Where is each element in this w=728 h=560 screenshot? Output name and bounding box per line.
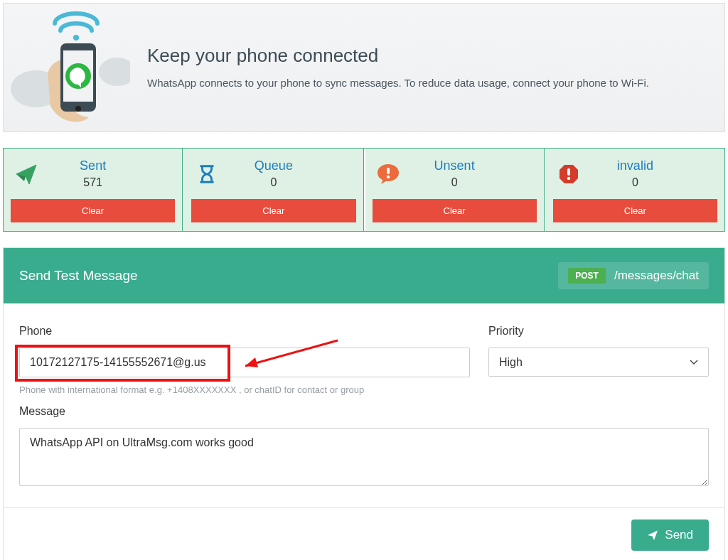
stat-value: 0 (270, 176, 277, 188)
panel-header: Send Test Message POST /messages/chat (4, 248, 724, 303)
panel-title: Send Test Message (19, 268, 138, 284)
send-test-panel: Send Test Message POST /messages/chat Ph… (3, 247, 725, 560)
endpoint-path: /messages/chat (614, 269, 699, 283)
message-textarea[interactable] (19, 428, 709, 486)
clear-queue-button[interactable]: Clear (191, 199, 355, 222)
clear-unsent-button[interactable]: Clear (373, 199, 537, 222)
svg-point-0 (73, 35, 79, 41)
phone-input[interactable] (19, 348, 470, 377)
banner-title: Keep your phone connected (147, 45, 649, 67)
svg-point-6 (75, 106, 81, 112)
banner-text: WhatsApp connects to your phone to sync … (147, 75, 649, 90)
stat-label: Unsent (373, 158, 537, 173)
endpoint-badge: POST /messages/chat (558, 262, 709, 289)
svg-point-2 (99, 58, 130, 86)
stat-label: invalid (553, 158, 717, 173)
stat-invalid: invalid 0 Clear (546, 149, 724, 231)
stat-value: 0 (632, 176, 638, 188)
priority-label: Priority (488, 325, 709, 338)
stat-unsent: Unsent 0 Clear (365, 149, 545, 231)
http-method: POST (568, 268, 606, 284)
paper-plane-icon (647, 529, 658, 541)
clear-invalid-button[interactable]: Clear (553, 199, 717, 222)
message-label: Message (19, 405, 709, 418)
stat-value: 0 (451, 176, 458, 188)
stat-sent: Sent 571 Clear (4, 149, 183, 231)
clear-sent-button[interactable]: Clear (11, 199, 175, 222)
send-label: Send (665, 528, 693, 542)
stat-label: Queue (191, 158, 355, 173)
send-button[interactable]: Send (631, 519, 709, 551)
phone-hint: Phone with international format e.g. +14… (19, 384, 470, 395)
phone-illustration (11, 11, 130, 124)
priority-select[interactable]: High (488, 348, 709, 377)
stat-queue: Queue 0 Clear (184, 149, 363, 231)
connection-banner: Keep your phone connected WhatsApp conne… (3, 3, 725, 132)
stat-label: Sent (11, 158, 175, 173)
stats-row: Sent 571 Clear Queue 0 Clear Unsent 0 (3, 148, 725, 232)
phone-label: Phone (19, 325, 470, 338)
stat-value: 571 (83, 176, 102, 188)
